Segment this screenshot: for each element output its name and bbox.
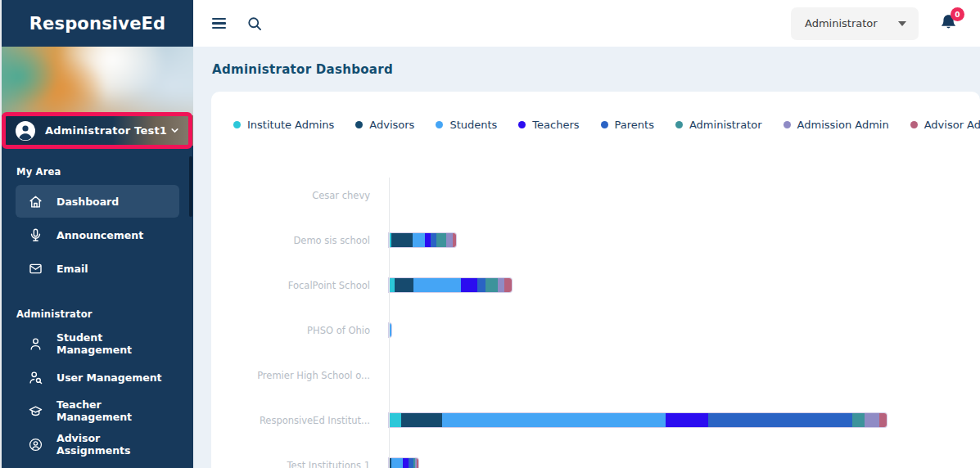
category-label: FocalPoint School	[211, 280, 370, 291]
legend-item-advisor-admin[interactable]: Advisor Admin	[910, 119, 980, 131]
sidebar-item-user-management[interactable]: User Management	[16, 361, 179, 394]
bar-segment-parents	[431, 233, 436, 247]
chart-rows: Cesar chevyDemo sis schoolFocalPoint Sch…	[211, 173, 980, 468]
menu-toggle-icon[interactable]	[212, 18, 226, 29]
main-area: Administrator 0 Administrator Dashboard …	[193, 0, 980, 468]
legend-dot	[675, 121, 683, 128]
bar-segment-admission-admin	[498, 278, 504, 292]
nav-section-administrator: Administrator	[16, 308, 178, 320]
legend-item-parents[interactable]: Parents	[601, 119, 654, 131]
home-icon	[29, 195, 43, 209]
bar-segment-advisors	[391, 233, 413, 247]
sidebar-item-advisor-assignments[interactable]: Advisor Assignments	[16, 428, 179, 461]
sidebar-item-teacher-management[interactable]: Teacher Management	[16, 394, 179, 427]
app-logo: ResponsiveEd	[2, 0, 193, 47]
legend-dot	[233, 121, 241, 128]
user-icon	[29, 337, 43, 351]
sidebar-banner-image	[2, 47, 193, 115]
category-label: Cesar chevy	[211, 190, 370, 201]
chevron-down-icon	[169, 125, 180, 136]
user-dropdown[interactable]: Administrator Test1	[2, 115, 193, 146]
chart-row-test-institutions-1: Test Institutions 1	[211, 443, 980, 468]
mail-icon	[29, 262, 43, 276]
legend-item-advisors[interactable]: Advisors	[355, 119, 414, 131]
bar-segment-teachers	[461, 278, 477, 292]
chart-row-premier-high-school-o: Premier High School o...	[211, 353, 980, 398]
chevron-down-icon	[898, 21, 906, 26]
stacked-bar	[389, 458, 418, 468]
legend-label: Parents	[615, 119, 654, 131]
bar-segment-institute-admins	[389, 278, 395, 292]
legend-item-teachers[interactable]: Teachers	[518, 119, 579, 131]
category-label: Test Institutions 1	[211, 460, 370, 468]
stacked-bar	[389, 233, 456, 247]
category-label: Premier High School o...	[211, 370, 370, 381]
stacked-bar	[389, 278, 512, 292]
sidebar-item-label: User Management	[56, 371, 162, 384]
legend-item-students[interactable]: Students	[436, 119, 497, 131]
bar-segment-students	[413, 278, 461, 292]
sidebar-scrollbar[interactable]	[189, 156, 192, 217]
legend-dot	[910, 121, 918, 128]
bar-segment-advisor-admin	[417, 458, 418, 468]
bar-segment-institute-admins	[389, 413, 401, 427]
page-title: Administrator Dashboard	[193, 47, 980, 92]
bar-segment-advisor-admin	[504, 278, 512, 292]
bar-segment-teachers	[403, 458, 409, 468]
bar-segment-students	[442, 413, 666, 427]
sidebar-item-student-management[interactable]: Student Management	[16, 327, 179, 360]
sidebar: ResponsiveEd Administrator Test1 My Area…	[2, 0, 193, 468]
user-search-icon	[29, 371, 43, 385]
legend-label: Admission Admin	[797, 119, 889, 131]
sidebar-item-label: Email	[56, 263, 88, 275]
role-selector-value: Administrator	[805, 17, 878, 29]
bar-segment-admission-admin	[446, 233, 453, 247]
notifications-button[interactable]: 0	[939, 13, 958, 34]
sidebar-item-email[interactable]: Email	[16, 252, 179, 285]
chart-axis-line	[389, 178, 390, 468]
legend-item-institute-admins[interactable]: Institute Admins	[233, 119, 334, 131]
chart-row-cesar-chevy: Cesar chevy	[211, 173, 980, 218]
legend-dot	[436, 121, 443, 128]
chart-row-responsiveed-institut: ResponsiveEd Institut...	[211, 398, 980, 443]
legend-item-admission-admin[interactable]: Admission Admin	[784, 119, 889, 131]
legend-item-administrator[interactable]: Administrator	[675, 119, 762, 131]
bar-segment-teachers	[425, 233, 431, 247]
legend-label: Administrator	[689, 119, 762, 131]
bar-segment-administrator	[436, 233, 446, 247]
bar-segment-administrator	[485, 278, 498, 292]
role-selector[interactable]: Administrator	[791, 7, 919, 40]
avatar	[15, 120, 36, 142]
notification-badge: 0	[951, 7, 964, 21]
users-by-institution-chart: Cesar chevyDemo sis schoolFocalPoint Sch…	[211, 173, 980, 468]
bar-segment-students	[391, 458, 403, 468]
sidebar-item-label: Advisor Assignments	[56, 432, 166, 457]
bar-segment-advisors	[395, 278, 413, 292]
user-name: Administrator Test1	[45, 124, 167, 137]
sidebar-item-label: Dashboard	[56, 196, 119, 208]
chart-row-demo-sis-school: Demo sis school	[211, 218, 980, 263]
sidebar-item-label: Teacher Management	[56, 398, 166, 423]
bar-segment-students	[413, 233, 425, 247]
bar-segment-parents	[477, 278, 485, 292]
chart-row-focalpoint-school: FocalPoint School	[211, 263, 980, 308]
sidebar-item-dashboard[interactable]: Dashboard	[16, 185, 179, 218]
bar-segment-advisor-admin	[879, 413, 887, 427]
bar-segment-students	[390, 323, 391, 337]
category-label: PHSO of Ohio	[211, 325, 370, 336]
nav-section-my-area: My Area	[16, 166, 178, 178]
legend-label: Teachers	[532, 119, 579, 131]
legend-label: Students	[449, 119, 497, 131]
chart-row-phso-of-ohio: PHSO of Ohio	[211, 308, 980, 353]
category-label: ResponsiveEd Institut...	[211, 415, 370, 426]
sidebar-item-announcement[interactable]: Announcement	[16, 218, 179, 251]
search-icon[interactable]	[246, 16, 263, 32]
legend-label: Advisor Admin	[924, 119, 980, 131]
stacked-bar	[389, 413, 887, 427]
category-label: Demo sis school	[211, 235, 370, 246]
bar-segment-advisors	[401, 413, 442, 427]
legend-dot	[518, 121, 526, 128]
app-window: ResponsiveEd Administrator Test1 My Area…	[0, 0, 980, 468]
legend-label: Institute Admins	[247, 119, 334, 131]
bar-segment-advisor-admin	[453, 233, 456, 247]
